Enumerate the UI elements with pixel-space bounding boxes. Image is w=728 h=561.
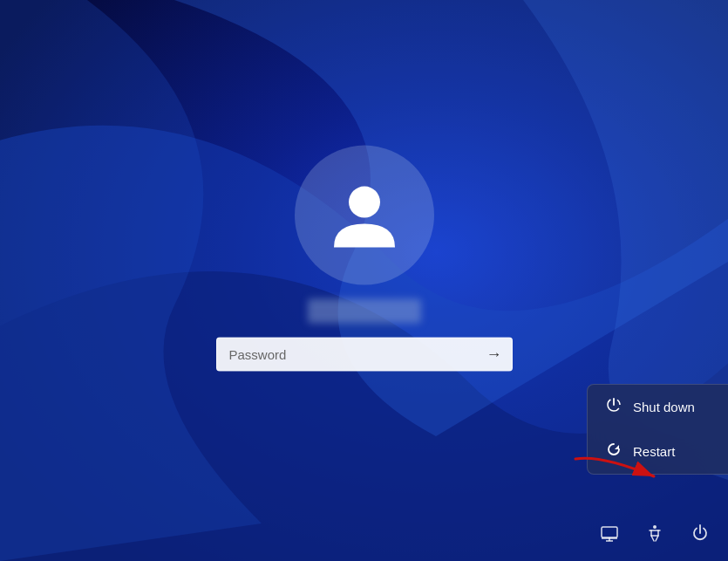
arrow-icon: → (486, 345, 502, 363)
taskbar-icons (595, 519, 714, 547)
username-label (308, 298, 421, 323)
accessibility-icon-button[interactable] (641, 519, 669, 547)
avatar (295, 145, 434, 284)
password-input-wrapper: → (216, 337, 513, 371)
restart-icon (605, 441, 623, 462)
shutdown-label: Shut down (633, 400, 695, 414)
shutdown-icon (605, 397, 623, 417)
power-context-menu: Shut down Restart (587, 384, 728, 475)
svg-point-10 (653, 525, 657, 529)
password-submit-button[interactable]: → (480, 341, 509, 367)
svg-rect-6 (602, 527, 617, 537)
svg-point-1 (349, 186, 380, 217)
login-container: → (216, 145, 513, 371)
power-icon-button[interactable] (686, 519, 714, 547)
svg-marker-4 (615, 445, 619, 449)
network-icon-button[interactable] (595, 519, 623, 547)
password-input[interactable] (216, 337, 513, 371)
restart-label: Restart (633, 444, 675, 459)
restart-menu-item[interactable]: Restart (588, 429, 728, 474)
shutdown-menu-item[interactable]: Shut down (588, 385, 728, 429)
